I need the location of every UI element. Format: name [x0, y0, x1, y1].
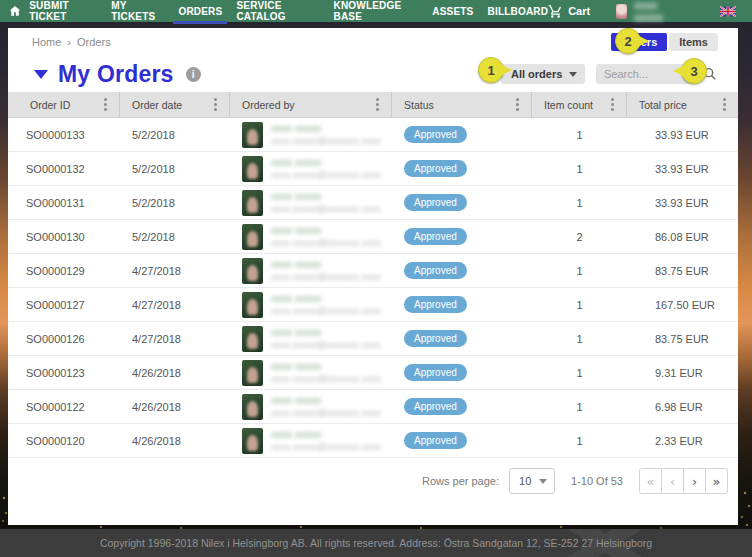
ordered-by-email-blurred: xxxx.xxxxx@xxxxxxx.xxxx	[271, 203, 381, 215]
nav-item-submit-ticket[interactable]: SUBMIT TICKET	[29, 0, 97, 22]
user-menu[interactable]: xxxx xxxxx	[616, 0, 674, 23]
nav-item-assets[interactable]: ASSETS	[432, 0, 473, 22]
cart-button[interactable]: Cart	[548, 4, 590, 19]
total-price-cell: 33.93 EUR	[655, 163, 709, 175]
item-count-cell: 1	[576, 401, 582, 413]
total-price-cell: 83.75 EUR	[655, 333, 709, 345]
ordered-by-email-blurred: xxxx.xxxxx@xxxxxxx.xxxx	[271, 305, 381, 317]
ordered-by-email-blurred: xxxx.xxxxx@xxxxxxx.xxxx	[271, 169, 381, 181]
table-row[interactable]: SO0000133 5/2/2018 xxxx xxxxx xxxx.xxxxx…	[8, 118, 738, 152]
total-price-cell: 83.75 EUR	[655, 265, 709, 277]
order-date-cell: 4/27/2018	[132, 333, 181, 345]
column-menu-icon[interactable]	[104, 103, 107, 106]
total-price-cell: 2.33 EUR	[655, 435, 703, 447]
ordered-by-name-blurred: xxxx xxxxx	[271, 258, 381, 271]
ordered-by-name-blurred: xxxx xxxxx	[271, 122, 381, 135]
table-row[interactable]: SO0000132 5/2/2018 xxxx xxxxx xxxx.xxxxx…	[8, 152, 738, 186]
home-button[interactable]	[0, 4, 29, 18]
order-id-cell: SO0000129	[26, 265, 85, 277]
ordered-by-avatar	[242, 156, 263, 182]
item-count-cell: 1	[576, 129, 582, 141]
ordered-by-name-blurred: xxxx xxxxx	[271, 326, 381, 339]
rows-per-page-label: Rows per page:	[422, 475, 499, 487]
first-page-button[interactable]: «	[639, 468, 662, 494]
collapse-arrow-icon[interactable]	[34, 70, 48, 79]
table-row[interactable]: SO0000120 4/26/2018 xxxx xxxxx xxxx.xxxx…	[8, 424, 738, 458]
nav-item-my-tickets[interactable]: MY TICKETS	[111, 0, 164, 22]
language-flag-icon[interactable]	[720, 6, 736, 17]
status-badge: Approved	[404, 262, 467, 279]
ordered-by-email-blurred: xxxx.xxxxx@xxxxxxx.xxxx	[271, 237, 381, 249]
table-row[interactable]: SO0000122 4/26/2018 xxxx xxxxx xxxx.xxxx…	[8, 390, 738, 424]
order-date-cell: 5/2/2018	[132, 197, 175, 209]
item-count-cell: 1	[576, 435, 582, 447]
order-id-cell: SO0000122	[26, 401, 85, 413]
ordered-by-email-blurred: xxxx.xxxxx@xxxxxxx.xxxx	[271, 441, 381, 453]
nav-item-orders[interactable]: ORDERS	[178, 0, 222, 22]
table-row[interactable]: SO0000123 4/26/2018 xxxx xxxxx xxxx.xxxx…	[8, 356, 738, 390]
ordered-by-name-blurred: xxxx xxxxx	[271, 292, 381, 305]
nav-item-knowledge-base[interactable]: KNOWLEDGE BASE	[333, 0, 418, 22]
chevron-down-icon	[569, 72, 577, 77]
ordered-by-name-blurred: xxxx xxxxx	[271, 156, 381, 169]
col-header-ordered-by: Ordered by	[242, 99, 295, 111]
status-badge: Approved	[404, 126, 467, 143]
ordered-by-name-blurred: xxxx xxxxx	[271, 428, 381, 441]
status-badge: Approved	[404, 160, 467, 177]
ordered-by-email-blurred: xxxx.xxxxx@xxxxxxx.xxxx	[271, 135, 381, 147]
rows-per-page-select[interactable]: 10	[509, 468, 555, 494]
item-count-cell: 1	[576, 163, 582, 175]
ordered-by-name-blurred: xxxx xxxxx	[271, 360, 381, 373]
items-view-button[interactable]: Items	[669, 33, 718, 51]
user-avatar	[616, 4, 627, 19]
content-card: Home › Orders Orders Items My Orders i A…	[8, 28, 738, 525]
total-price-cell: 86.08 EUR	[655, 231, 709, 243]
order-date-cell: 4/27/2018	[132, 265, 181, 277]
column-menu-icon[interactable]	[376, 103, 379, 106]
table-row[interactable]: SO0000127 4/27/2018 xxxx xxxxx xxxx.xxxx…	[8, 288, 738, 322]
column-menu-icon[interactable]	[214, 103, 217, 106]
column-menu-icon[interactable]	[516, 103, 519, 106]
total-price-cell: 33.93 EUR	[655, 129, 709, 141]
annotation-badge-3: 3	[681, 58, 707, 84]
ordered-by-avatar	[242, 122, 263, 148]
table-header: Order ID Order date Ordered by Status It…	[8, 92, 738, 118]
nav-item-service-catalog[interactable]: SERVICE CATALOG	[236, 0, 319, 22]
order-id-cell: SO0000132	[26, 163, 85, 175]
status-badge: Approved	[404, 398, 467, 415]
prev-page-button[interactable]: ‹	[661, 468, 684, 494]
next-page-button[interactable]: ›	[683, 468, 706, 494]
total-price-cell: 6.98 EUR	[655, 401, 703, 413]
breadcrumb-home[interactable]: Home	[32, 36, 61, 48]
orders-table: Order ID Order date Ordered by Status It…	[8, 92, 738, 458]
page-title: My Orders	[58, 61, 174, 88]
column-menu-icon[interactable]	[723, 103, 726, 106]
status-badge: Approved	[404, 228, 467, 245]
ordered-by-email-blurred: xxxx.xxxxx@xxxxxxx.xxxx	[271, 339, 381, 351]
total-price-cell: 9.31 EUR	[655, 367, 703, 379]
annotation-badge-1: 1	[478, 57, 504, 83]
table-row[interactable]: SO0000129 4/27/2018 xxxx xxxxx xxxx.xxxx…	[8, 254, 738, 288]
orders-filter-dropdown[interactable]: All orders	[501, 64, 585, 84]
table-row[interactable]: SO0000130 5/2/2018 xxxx xxxxx xxxx.xxxxx…	[8, 220, 738, 254]
ordered-by-avatar	[242, 360, 263, 386]
column-menu-icon[interactable]	[611, 103, 614, 106]
col-header-total-price: Total price	[639, 99, 687, 111]
ordered-by-avatar	[242, 258, 263, 284]
last-page-button[interactable]: »	[705, 468, 728, 494]
col-header-item-count: Item count	[544, 99, 593, 111]
cart-icon	[548, 4, 563, 19]
status-badge: Approved	[404, 330, 467, 347]
rows-per-page-value: 10	[519, 475, 531, 487]
ordered-by-email-blurred: xxxx.xxxxx@xxxxxxx.xxxx	[271, 407, 381, 419]
info-icon[interactable]: i	[186, 67, 201, 82]
item-count-cell: 1	[576, 197, 582, 209]
order-id-cell: SO0000123	[26, 367, 85, 379]
order-date-cell: 4/26/2018	[132, 435, 181, 447]
nav-item-billboard[interactable]: BILLBOARD	[487, 0, 548, 22]
breadcrumb-current: Orders	[77, 36, 111, 48]
table-row[interactable]: SO0000126 4/27/2018 xxxx xxxxx xxxx.xxxx…	[8, 322, 738, 356]
table-row[interactable]: SO0000131 5/2/2018 xxxx xxxxx xxxx.xxxxx…	[8, 186, 738, 220]
breadcrumb: Home › Orders	[32, 36, 111, 48]
col-header-status: Status	[404, 99, 434, 111]
